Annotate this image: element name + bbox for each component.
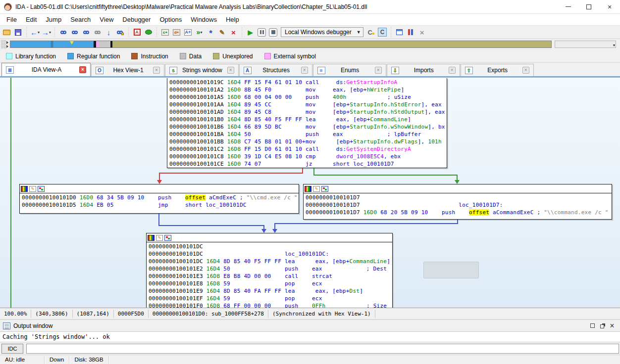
output-maximize-icon[interactable] bbox=[587, 321, 597, 330]
edge-right-to-merge bbox=[274, 223, 458, 224]
minimize-icon[interactable] bbox=[558, 0, 578, 13]
tab-close-icon[interactable]: × bbox=[301, 67, 308, 74]
edit-block-icon[interactable]: ✎ bbox=[156, 235, 163, 241]
tab-imports[interactable]: ⇩Imports× bbox=[387, 64, 460, 76]
tab-label: Strings window bbox=[177, 67, 227, 74]
colors-icon[interactable] bbox=[21, 186, 28, 192]
tab-structures[interactable]: AStructures× bbox=[239, 64, 312, 76]
debug-windows-icon[interactable] bbox=[394, 27, 405, 38]
legend-item-instruction: Instruction bbox=[131, 53, 168, 60]
colors-icon[interactable] bbox=[305, 186, 311, 192]
trace-marker-icon[interactable] bbox=[143, 27, 154, 38]
band-segment bbox=[112, 41, 552, 47]
edit-comment-icon[interactable]: ✎ bbox=[216, 27, 228, 38]
tab-close-icon[interactable]: × bbox=[79, 66, 86, 73]
undefine-icon[interactable]: × bbox=[228, 27, 239, 38]
step-over-c-icon[interactable]: C bbox=[365, 27, 377, 38]
menu-options[interactable]: Options bbox=[155, 14, 186, 25]
search-text-icon[interactable] bbox=[69, 27, 80, 38]
search-again-icon[interactable] bbox=[92, 27, 103, 38]
group-node-icon[interactable] bbox=[321, 186, 328, 192]
idc-language-button[interactable]: IDC bbox=[1, 344, 23, 354]
debugger-select[interactable]: Local Windows debugger▼ bbox=[281, 27, 363, 37]
back-icon[interactable]: ←▾ bbox=[29, 27, 41, 38]
jump-address-icon[interactable]: ↓ bbox=[103, 27, 114, 38]
disassembly-line: 00000000100101E3 16D8 E8 B8 4D 00 00 cal… bbox=[149, 273, 392, 280]
status-bar: AU: idle Down Disk: 38GB bbox=[0, 355, 620, 364]
band-scroll-up-icon[interactable] bbox=[6, 41, 8, 44]
band-scroll-down-icon[interactable] bbox=[6, 45, 8, 48]
output-float-icon[interactable] bbox=[597, 321, 607, 330]
toolbar: ←▾→▾↓Ac+d+A+»▾*✎×▶Local Windows debugger… bbox=[0, 26, 620, 39]
tab-enums[interactable]: ≡Enums× bbox=[313, 64, 386, 76]
run-until-return-c-icon[interactable]: C bbox=[377, 27, 388, 38]
forward-icon[interactable]: →▾ bbox=[41, 27, 52, 38]
group-node-icon[interactable] bbox=[38, 186, 45, 192]
command-line-input[interactable] bbox=[26, 344, 619, 354]
make-array-icon[interactable]: * bbox=[205, 27, 216, 38]
open-file-icon[interactable] bbox=[1, 27, 12, 38]
edit-block-icon[interactable]: ✎ bbox=[29, 186, 36, 192]
legend-item-external-symbol: External symbol bbox=[264, 53, 316, 60]
menu-view[interactable]: View bbox=[95, 14, 118, 25]
search-names-icon[interactable] bbox=[57, 27, 69, 38]
breakpoint-marker-icon[interactable]: A bbox=[131, 27, 143, 38]
menu-file[interactable]: File bbox=[2, 14, 21, 25]
reanalyze-icon[interactable]: »▾ bbox=[194, 27, 205, 38]
legend-label: Unexplored bbox=[222, 53, 253, 60]
navigation-band[interactable] bbox=[10, 41, 552, 48]
group-node-icon[interactable] bbox=[164, 235, 171, 241]
band-grip[interactable] bbox=[1, 40, 6, 49]
pause-process-icon[interactable] bbox=[256, 27, 267, 38]
make-data-icon[interactable]: d+ bbox=[171, 27, 182, 38]
breakpoint-list-icon[interactable] bbox=[405, 27, 416, 38]
make-code-icon[interactable]: c+ bbox=[159, 27, 171, 38]
menu-search[interactable]: Search bbox=[66, 14, 95, 25]
save-icon[interactable] bbox=[12, 27, 24, 38]
graph-overview-ghost bbox=[423, 262, 479, 278]
band-segment bbox=[10, 41, 94, 47]
output-window-title: Output window bbox=[13, 322, 52, 329]
menu-help[interactable]: Help bbox=[221, 14, 244, 25]
start-process-icon[interactable]: ▶ bbox=[245, 27, 256, 38]
enum-tab-icon: ≡ bbox=[317, 67, 325, 74]
colors-icon[interactable] bbox=[148, 235, 155, 241]
tab-strings-window[interactable]: sStrings window× bbox=[165, 64, 239, 76]
tab-hex-view-1[interactable]: OHex View-1× bbox=[91, 64, 164, 76]
basic-block-100101DC[interactable]: ✎00000000100101DC00000000100101DC loc_10… bbox=[146, 233, 393, 308]
search-lock-icon[interactable] bbox=[114, 27, 126, 38]
make-string-icon[interactable]: A+ bbox=[182, 27, 194, 38]
menu-edit[interactable]: Edit bbox=[21, 14, 41, 25]
tab-close-icon[interactable]: × bbox=[153, 67, 160, 74]
tab-close-icon[interactable]: × bbox=[227, 67, 234, 74]
legend-swatch bbox=[213, 53, 219, 59]
edit-block-icon[interactable]: ✎ bbox=[313, 186, 320, 192]
stop-process-icon[interactable] bbox=[267, 27, 279, 38]
maximize-icon[interactable] bbox=[578, 0, 599, 13]
menu-windows[interactable]: Windows bbox=[186, 14, 221, 25]
output-close-icon[interactable]: × bbox=[607, 321, 617, 330]
toolbar-separator bbox=[53, 27, 56, 37]
graph-view[interactable]: 000000001001019C 16D4 FF 15 F4 61 01 10 … bbox=[0, 77, 620, 308]
menu-bar: FileEditJumpSearchViewDebuggerOptionsWin… bbox=[0, 14, 620, 26]
tab-close-icon[interactable]: × bbox=[449, 67, 456, 74]
disassembly-line: 00000000100101DC loc_100101DC: bbox=[149, 250, 392, 258]
navigation-band-overflow[interactable]: ▾ bbox=[555, 41, 616, 48]
close-icon[interactable]: × bbox=[599, 0, 620, 13]
search-immediate-icon[interactable] bbox=[80, 27, 92, 38]
toolbar-separator bbox=[25, 27, 28, 37]
menu-jump[interactable]: Jump bbox=[41, 14, 66, 25]
tab-close-icon[interactable]: × bbox=[375, 67, 382, 74]
tab-ida-view-a[interactable]: ≣IDA View-A× bbox=[1, 63, 91, 76]
basic-block-100101D7[interactable]: ✎00000000100101D700000000100101D7 loc_10… bbox=[303, 184, 612, 220]
edge-left-to-merge-arrow-icon bbox=[261, 229, 266, 233]
band-dropdown-icon[interactable]: ▾ bbox=[613, 43, 615, 47]
tab-exports[interactable]: ⇧Exports× bbox=[461, 64, 534, 76]
block-body: 00000000100101D700000000100101D7 loc_100… bbox=[304, 193, 612, 216]
basic-block-100101D0[interactable]: ✎00000000100101D0 16D0 68 34 5B 09 10 pu… bbox=[19, 184, 299, 214]
delete-breakpoint-icon[interactable]: × bbox=[416, 27, 428, 38]
disassembly-line: 00000000100101EF 16D4 59 pop ecx bbox=[149, 295, 392, 302]
menu-debugger[interactable]: Debugger bbox=[118, 14, 155, 25]
tab-close-icon[interactable]: × bbox=[522, 67, 529, 74]
basic-block-1001019C[interactable]: 000000001001019C 16D4 FF 15 F4 61 01 10 … bbox=[167, 78, 447, 168]
